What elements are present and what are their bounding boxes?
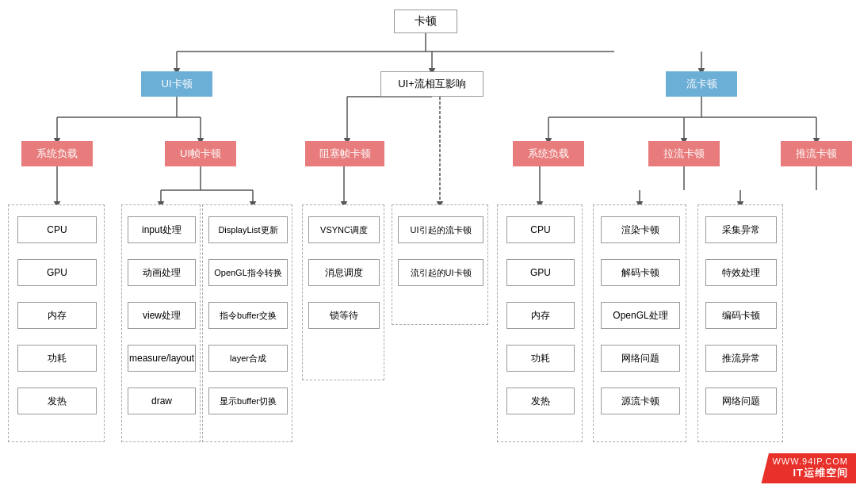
sys-load1-node: 系统负载 [21, 141, 93, 166]
item-power1: 功耗 [17, 345, 97, 372]
item-cpu1: CPU [17, 216, 97, 243]
container-ui-stream: UI引起的流卡顿 流引起的UI卡顿 [392, 204, 488, 325]
sys-load2-node: 系统负载 [513, 141, 584, 166]
item-opengl-cmd: OpenGL指令转换 [208, 259, 288, 286]
item-measure: measure/layout [128, 345, 196, 372]
item-decode-lag: 解码卡顿 [601, 259, 680, 286]
item-draw: draw [128, 388, 196, 414]
watermark-site: WWW.94IP.COM [772, 456, 848, 466]
item-cmd-buffer: 指令buffer交换 [208, 302, 288, 329]
item-network-issue1: 网络问题 [601, 345, 680, 372]
item-capture-err: 采集异常 [705, 216, 777, 243]
pull-lag-node: 拉流卡顿 [648, 141, 720, 166]
item-msg-dispatch: 消息调度 [308, 259, 380, 286]
item-power2: 功耗 [506, 345, 575, 372]
ui-frame-node: UI帧卡顿 [165, 141, 236, 166]
item-source-stream: 源流卡顿 [601, 388, 680, 414]
item-encode-lag: 编码卡顿 [705, 302, 777, 329]
container-block-frame: VSYNC调度 消息调度 锁等待 [302, 204, 384, 380]
item-network-issue2: 网络问题 [705, 388, 777, 414]
item-ui-causes-stream: UI引起的流卡顿 [398, 216, 483, 243]
container-push-lag: 采集异常 特效处理 编码卡顿 推流异常 网络问题 [697, 204, 783, 442]
item-gpu2: GPU [506, 259, 575, 286]
item-effect-proc: 特效处理 [705, 259, 777, 286]
watermark: WWW.94IP.COM IT运维空间 [761, 453, 856, 483]
ui-stream-node: UI+流相互影响 [380, 71, 483, 97]
item-input: input处理 [128, 216, 196, 243]
container-ui-frame-b: DisplayList更新 OpenGL指令转换 指令buffer交换 laye… [202, 204, 292, 442]
item-render-lag: 渲染卡顿 [601, 216, 680, 243]
root-node: 卡顿 [394, 10, 457, 33]
item-mem1: 内存 [17, 302, 97, 329]
stream-lag-node: 流卡顿 [666, 71, 737, 97]
container-ui-frame-a: input处理 动画处理 view处理 measure/layout draw [121, 204, 201, 442]
item-vsync: VSYNC调度 [308, 216, 380, 243]
block-frame-node: 阻塞帧卡顿 [305, 141, 384, 166]
item-displaylist: DisplayList更新 [208, 216, 288, 243]
item-mem2: 内存 [506, 302, 575, 329]
item-opengl-proc: OpenGL处理 [601, 302, 680, 329]
ui-lag-node: UI卡顿 [141, 71, 212, 97]
item-cpu2: CPU [506, 216, 575, 243]
item-stream-causes-ui: 流引起的UI卡顿 [398, 259, 483, 286]
item-gpu1: GPU [17, 259, 97, 286]
watermark-name: IT运维空间 [772, 466, 848, 480]
diagram: 卡顿 UI卡顿 UI+流相互影响 流卡顿 系统负载 UI帧卡顿 阻塞帧卡顿 系统… [0, 0, 856, 483]
item-push-err: 推流异常 [705, 345, 777, 372]
container-sys1: CPU GPU 内存 功耗 发热 [8, 204, 105, 442]
item-lock-wait: 锁等待 [308, 302, 380, 329]
push-lag-node: 推流卡顿 [781, 141, 852, 166]
item-heat2: 发热 [506, 388, 575, 414]
item-view: view处理 [128, 302, 196, 329]
container-sys2: CPU GPU 内存 功耗 发热 [497, 204, 583, 442]
item-anim: 动画处理 [128, 259, 196, 286]
item-layer-compose: layer合成 [208, 345, 288, 372]
item-heat1: 发热 [17, 388, 97, 414]
container-pull-lag: 渲染卡顿 解码卡顿 OpenGL处理 网络问题 源流卡顿 [593, 204, 686, 442]
item-show-buffer: 显示buffer切换 [208, 388, 288, 414]
